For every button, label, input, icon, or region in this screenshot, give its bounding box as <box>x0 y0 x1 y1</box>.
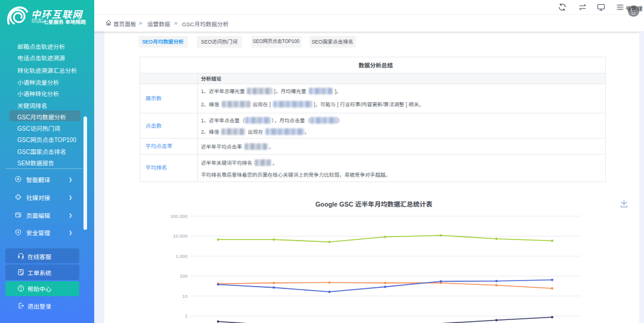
svg-text:10: 10 <box>182 294 188 299</box>
svg-text:10,000: 10,000 <box>173 233 188 239</box>
svg-text:Google GSC 近半年月均数据汇总统计表: Google GSC 近半年月均数据汇总统计表 <box>315 201 432 208</box>
svg-text:100: 100 <box>179 273 188 279</box>
svg-text:1,000: 1,000 <box>175 254 188 259</box>
svg-text:1: 1 <box>185 313 188 319</box>
svg-text:100,000: 100,000 <box>171 214 188 219</box>
